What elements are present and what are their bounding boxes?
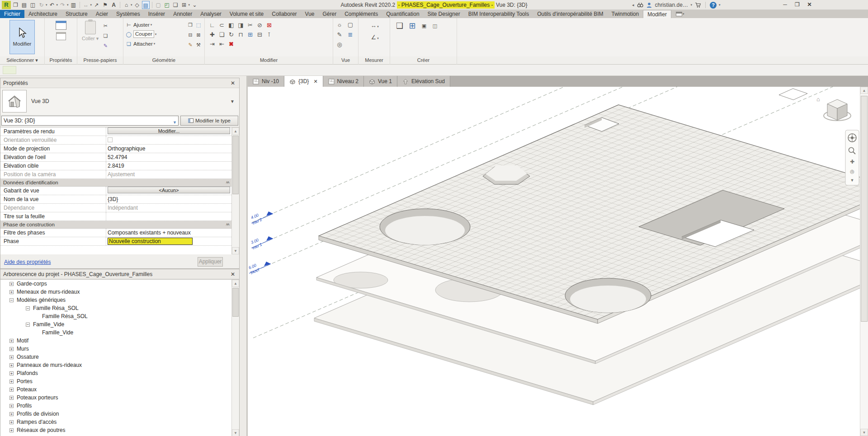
- mirror-draw-icon[interactable]: ◨: [237, 21, 245, 29]
- scrollbar-thumb[interactable]: [232, 136, 239, 194]
- property-row[interactable]: Paramètres de renduModifier...: [0, 127, 231, 136]
- properties-scrollbar[interactable]: ▲ ▼: [231, 127, 239, 254]
- restore-button[interactable]: ❐: [791, 0, 803, 10]
- trim-corner-icon[interactable]: ⊓: [237, 31, 245, 39]
- tab-volume-et-site[interactable]: Volume et site: [226, 10, 268, 18]
- tree-item[interactable]: +Garde-corps: [0, 280, 231, 288]
- wall-opening-icon[interactable]: ⊟: [187, 31, 193, 39]
- home-icon[interactable]: ⌂: [816, 96, 820, 103]
- ribbon-display-toggle[interactable]: ▾: [676, 10, 684, 18]
- close-properties-icon[interactable]: ✕: [229, 80, 236, 86]
- search-binoculars-icon[interactable]: [637, 2, 643, 8]
- properties-help-link[interactable]: Aide des propriétés: [4, 259, 51, 265]
- override-brush-icon[interactable]: ✎: [335, 31, 344, 39]
- tree-item[interactable]: +Poteaux: [0, 385, 231, 394]
- scroll-up-icon[interactable]: ▲: [232, 280, 239, 287]
- cascade-dropdown-icon[interactable]: ▾: [189, 3, 190, 7]
- trim-extend-multi-icon[interactable]: ⇤: [218, 40, 226, 48]
- hide-box-icon[interactable]: ▢: [346, 21, 354, 29]
- plus-expander-icon[interactable]: +: [9, 396, 14, 400]
- tab-structure[interactable]: Structure: [61, 10, 92, 18]
- file-properties-icon[interactable]: ❐: [12, 1, 19, 9]
- pan-icon[interactable]: ✚: [850, 159, 854, 165]
- tab-collaborer[interactable]: Collaborer: [268, 10, 301, 18]
- chevron-down-icon[interactable]: ▼: [850, 178, 854, 183]
- tab-architecture[interactable]: Architecture: [24, 10, 61, 18]
- tree-item[interactable]: Famille_Vide: [0, 328, 231, 337]
- edit-type-button[interactable]: Modifier le type: [180, 116, 238, 126]
- collapse-icon[interactable]: ˄˄: [226, 222, 229, 227]
- tree-item[interactable]: +Panneaux de murs-rideaux: [0, 361, 231, 369]
- tab-inserer[interactable]: Insérer: [144, 10, 169, 18]
- tab-outils-interoperabilite-bim[interactable]: Outils d'interopérabilité BIM: [533, 10, 607, 18]
- match-type-icon[interactable]: ✎: [102, 42, 108, 50]
- tree-item[interactable]: +Poteaux porteurs: [0, 394, 231, 402]
- paste-label[interactable]: Coller ▾: [82, 36, 99, 42]
- scale-icon[interactable]: ⊟: [256, 31, 264, 39]
- project-browser-header[interactable]: Arborescence du projet - PHASES_Cage_Ouv…: [0, 269, 239, 279]
- align-icon[interactable]: ∟: [208, 21, 217, 29]
- tab-quantification[interactable]: Quantification: [382, 10, 423, 18]
- user-dropdown-icon[interactable]: ▾: [691, 3, 693, 7]
- opening-family-instance[interactable]: [779, 89, 807, 100]
- signed-in-user[interactable]: christian.dey...: [655, 2, 689, 8]
- level-marker[interactable]: 6.00TANT: [248, 262, 271, 276]
- plus-expander-icon[interactable]: +: [9, 420, 14, 424]
- mirror-axis-icon[interactable]: ◧: [227, 21, 236, 29]
- checkbox-icon[interactable]: [108, 137, 113, 142]
- property-row[interactable]: Gabarit de vue<Aucun>: [0, 187, 231, 195]
- copy-to-clipboard-icon[interactable]: ❏: [102, 32, 108, 40]
- plus-expander-icon[interactable]: +: [9, 347, 14, 351]
- scroll-up-icon[interactable]: ▲: [232, 127, 239, 135]
- delete-icon[interactable]: ✖: [227, 40, 236, 48]
- tab-modifier[interactable]: Modifier: [643, 10, 671, 18]
- label-selectionner[interactable]: Sélectionner ▾: [0, 56, 45, 65]
- minus-expander-icon[interactable]: −: [26, 306, 30, 310]
- tree-item[interactable]: +Ossature: [0, 353, 231, 361]
- plus-expander-icon[interactable]: +: [9, 380, 14, 384]
- undo-dropdown-icon[interactable]: ▾: [57, 3, 58, 7]
- unpin-icon[interactable]: ⊠: [265, 21, 274, 29]
- tree-item[interactable]: +Site: [0, 434, 231, 436]
- tab-gerer[interactable]: Gérer: [318, 10, 340, 18]
- measure-dropdown-icon[interactable]: ▾: [90, 3, 92, 7]
- pin-icon[interactable]: ⊺: [265, 31, 274, 39]
- angle-tool[interactable]: ∠▾: [369, 33, 379, 42]
- tree-item[interactable]: −Famille_Vide: [0, 320, 231, 328]
- measure-icon[interactable]: ↔: [82, 1, 90, 9]
- tree-item[interactable]: −Famille Résa_SOL: [0, 304, 231, 312]
- help-dropdown-icon[interactable]: ▾: [719, 3, 721, 7]
- help-icon[interactable]: ?: [710, 2, 717, 9]
- view-tab-vue-1[interactable]: Vue 1: [364, 76, 397, 87]
- move-icon[interactable]: ✚: [208, 31, 217, 39]
- 3d-model-view[interactable]: 4.00eau 2 3.00eau 1 6.00TANT ⌂: [248, 87, 860, 436]
- switch-windows-icon[interactable]: ◰: [163, 1, 171, 9]
- linework-icon[interactable]: ≣: [346, 31, 354, 39]
- apply-button[interactable]: Appliquer: [198, 257, 223, 267]
- user-icon[interactable]: [646, 2, 652, 8]
- cut-icon[interactable]: ✂: [102, 22, 108, 30]
- plus-expander-icon[interactable]: +: [9, 412, 14, 416]
- assembly-icon[interactable]: ◫: [432, 22, 438, 30]
- open-icon[interactable]: ▤: [20, 1, 28, 9]
- scroll-down-icon[interactable]: ▼: [232, 429, 239, 436]
- tree-item[interactable]: −Modèles génériques: [0, 296, 231, 304]
- view-tab-3d[interactable]: {3D} ✕: [284, 76, 323, 87]
- redo-icon[interactable]: ↷: [59, 1, 66, 9]
- trim-extend-single-icon[interactable]: ⇥: [208, 40, 217, 48]
- tab-systemes[interactable]: Systèmes: [112, 10, 144, 18]
- section-icon[interactable]: ◇: [133, 1, 141, 9]
- scrollbar-thumb[interactable]: [232, 288, 239, 317]
- tab-site-designer[interactable]: Site Designer: [424, 10, 464, 18]
- view-template-button[interactable]: <Aucun>: [108, 187, 230, 193]
- demolish-hammer-icon[interactable]: ⚒: [195, 41, 202, 49]
- thin-lines-icon[interactable]: ▤: [142, 1, 150, 9]
- navigation-bar[interactable]: ✚ ◎ ▼: [845, 130, 859, 185]
- level-markers[interactable]: 4.00eau 2 3.00eau 1 6.00TANT: [248, 211, 273, 276]
- tree-item[interactable]: +Meneaux de murs-rideaux: [0, 288, 231, 296]
- level-marker[interactable]: 3.00eau 1: [250, 236, 273, 250]
- scroll-down-icon[interactable]: ▼: [860, 429, 868, 436]
- sync-icon[interactable]: ↻: [38, 1, 45, 9]
- plus-expander-icon[interactable]: +: [9, 404, 14, 408]
- tab-acier[interactable]: Acier: [92, 10, 112, 18]
